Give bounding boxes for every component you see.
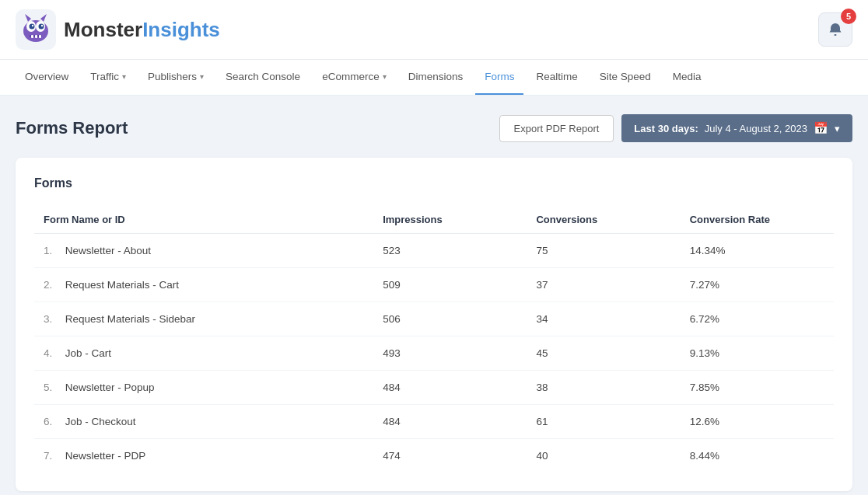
- forms-card: Forms Form Name or ID Impressions Conver…: [16, 158, 852, 491]
- table-row: 3. Request Materials - Sidebar 506 34 6.…: [34, 302, 834, 336]
- chevron-down-icon: ▾: [835, 123, 840, 134]
- cell-conversions: 38: [527, 371, 680, 405]
- svg-rect-11: [31, 35, 33, 38]
- cell-name: 7. Newsletter - PDP: [34, 439, 373, 473]
- form-name: Newsletter - Popup: [65, 382, 155, 393]
- table-row: 4. Job - Cart 493 45 9.13%: [34, 336, 834, 371]
- cell-conversions: 40: [527, 439, 680, 473]
- svg-rect-14: [835, 34, 837, 36]
- row-number: 4.: [44, 347, 62, 359]
- cell-name: 2. Request Materials - Cart: [34, 268, 373, 302]
- logo-icon: [16, 9, 56, 50]
- cell-conversions: 37: [527, 268, 680, 302]
- form-name: Job - Cart: [65, 347, 111, 359]
- cell-rate: 14.34%: [681, 234, 834, 268]
- form-name: Newsletter - PDP: [65, 450, 146, 462]
- row-number: 1.: [44, 245, 62, 256]
- cell-rate: 7.27%: [681, 268, 834, 302]
- form-name: Request Materials - Cart: [65, 279, 179, 291]
- nav-item-publishers[interactable]: Publishers ▾: [138, 60, 213, 95]
- table-row: 7. Newsletter - PDP 474 40 8.44%: [34, 439, 834, 473]
- cell-impressions: 474: [373, 439, 527, 473]
- nav-item-site-speed[interactable]: Site Speed: [590, 60, 660, 95]
- cell-name: 3. Request Materials - Sidebar: [34, 302, 373, 336]
- svg-point-4: [30, 24, 35, 30]
- nav-item-overview[interactable]: Overview: [16, 60, 78, 95]
- nav-item-ecommerce[interactable]: eCommerce ▾: [313, 60, 396, 95]
- svg-rect-12: [35, 35, 37, 38]
- cell-conversions: 61: [527, 405, 680, 439]
- nav-item-dimensions[interactable]: Dimensions: [399, 60, 473, 95]
- chevron-down-icon: ▾: [122, 72, 126, 81]
- cell-name: 6. Job - Checkout: [34, 405, 373, 439]
- cell-rate: 8.44%: [681, 439, 834, 473]
- row-number: 5.: [44, 382, 62, 393]
- cell-conversions: 45: [527, 336, 680, 371]
- cell-impressions: 506: [373, 302, 527, 336]
- cell-impressions: 509: [373, 268, 527, 302]
- nav-item-traffic[interactable]: Traffic ▾: [81, 60, 135, 95]
- chevron-down-icon: ▾: [383, 72, 387, 81]
- svg-point-7: [41, 25, 43, 26]
- forms-section-title: Forms: [34, 176, 834, 190]
- row-number: 3.: [44, 313, 62, 325]
- row-number: 6.: [44, 416, 62, 427]
- cell-impressions: 484: [373, 371, 527, 405]
- form-name: Request Materials - Sidebar: [65, 313, 195, 325]
- calendar-icon: 📅: [814, 121, 828, 135]
- cell-rate: 7.85%: [681, 371, 834, 405]
- table-row: 1. Newsletter - About 523 75 14.34%: [34, 234, 834, 268]
- svg-point-1: [23, 20, 48, 42]
- row-number: 2.: [44, 279, 62, 291]
- logo: MonsterInsights: [16, 9, 220, 50]
- cell-conversions: 34: [527, 302, 680, 336]
- chevron-down-icon: ▾: [200, 72, 204, 81]
- page-content: Forms Report Export PDF Report Last 30 d…: [0, 96, 868, 495]
- table-row: 2. Request Materials - Cart 509 37 7.27%: [34, 268, 834, 302]
- header-actions: Export PDF Report Last 30 days: July 4 -…: [499, 114, 852, 142]
- form-name: Job - Checkout: [65, 416, 136, 427]
- nav-item-realtime[interactable]: Realtime: [527, 60, 586, 95]
- col-header-name: Form Name or ID: [34, 206, 373, 234]
- col-header-conversions: Conversions: [527, 206, 680, 234]
- notification-button[interactable]: 5: [818, 12, 852, 47]
- svg-point-5: [39, 24, 44, 30]
- export-pdf-button[interactable]: Export PDF Report: [499, 115, 614, 142]
- table-row: 5. Newsletter - Popup 484 38 7.85%: [34, 371, 834, 405]
- cell-name: 1. Newsletter - About: [34, 234, 373, 268]
- app-name: MonsterInsights: [64, 18, 220, 42]
- table-row: 6. Job - Checkout 484 61 12.6%: [34, 405, 834, 439]
- cell-rate: 9.13%: [681, 336, 834, 371]
- nav-item-search-console[interactable]: Search Console: [216, 60, 310, 95]
- date-label: Last 30 days:: [634, 123, 698, 134]
- col-header-rate: Conversion Rate: [681, 206, 834, 234]
- cell-name: 5. Newsletter - Popup: [34, 371, 373, 405]
- app-header: MonsterInsights 5: [0, 0, 868, 60]
- row-number: 7.: [44, 450, 62, 462]
- nav-item-media[interactable]: Media: [663, 60, 711, 95]
- cell-impressions: 484: [373, 405, 527, 439]
- svg-point-6: [32, 25, 33, 26]
- bell-icon: [828, 22, 843, 37]
- page-header: Forms Report Export PDF Report Last 30 d…: [16, 114, 852, 142]
- page-title: Forms Report: [16, 118, 128, 138]
- cell-rate: 12.6%: [681, 405, 834, 439]
- main-nav: Overview Traffic ▾ Publishers ▾ Search C…: [0, 60, 868, 96]
- date-range-button[interactable]: Last 30 days: July 4 - August 2, 2023 📅 …: [621, 114, 852, 142]
- cell-name: 4. Job - Cart: [34, 336, 373, 371]
- form-name: Newsletter - About: [65, 245, 151, 256]
- cell-rate: 6.72%: [681, 302, 834, 336]
- notification-badge: 5: [841, 9, 856, 24]
- date-range: July 4 - August 2, 2023: [705, 123, 807, 134]
- cell-impressions: 493: [373, 336, 527, 371]
- nav-item-forms[interactable]: Forms: [475, 60, 523, 95]
- cell-conversions: 75: [527, 234, 680, 268]
- cell-impressions: 523: [373, 234, 527, 268]
- header-right: 5: [818, 12, 852, 47]
- svg-rect-13: [39, 35, 41, 38]
- col-header-impressions: Impressions: [373, 206, 527, 234]
- forms-table: Form Name or ID Impressions Conversions …: [34, 206, 834, 472]
